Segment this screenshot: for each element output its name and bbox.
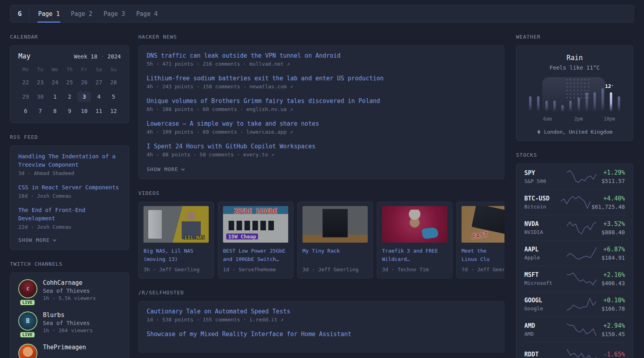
- channel-name[interactable]: ThePrimeagen: [43, 344, 86, 351]
- calendar-weekday: Su: [106, 66, 121, 72]
- highlighted-temperature-label: 12°: [605, 83, 614, 89]
- calendar-weekday: Sa: [91, 66, 106, 72]
- video-title[interactable]: Big NAS, Lil NAS (moving 13): [144, 247, 209, 263]
- stock-row-nvda[interactable]: NVDA NVIDIA +3.52% $888.40: [524, 215, 625, 240]
- videos-widget: VIDEOS LIL NAS Big NAS, Lil NAS (moving …: [138, 190, 504, 278]
- video-title[interactable]: BEST Low Power 25GbE and 100GbE Switch…: [223, 247, 288, 263]
- channel-game: Sea of Thieves: [43, 320, 93, 326]
- tab-page-3[interactable]: Page 3: [98, 5, 130, 22]
- video-thumbnail[interactable]: LIL NAS: [144, 206, 209, 243]
- twitch-channel-cohhcarnage[interactable]: C LIVE CohhCarnage Sea of Thieves 1h · 5…: [18, 279, 121, 301]
- map-pin-icon: [537, 129, 541, 135]
- channel-name[interactable]: CohhCarnage: [43, 279, 96, 286]
- calendar-weekday: Th: [62, 66, 77, 72]
- stock-sparkline: [566, 297, 597, 311]
- calendar-card: May Week 18 · 2024 MoTuWeThFrSaSu2223242…: [10, 45, 129, 123]
- hn-show-more-button[interactable]: SHOW MORE: [147, 166, 496, 172]
- hn-item-title[interactable]: DNS traffic can leak outside the VPN tun…: [147, 52, 496, 59]
- stock-symbol: BTC-USD: [524, 195, 560, 202]
- time-axis-label: 6am: [543, 116, 552, 122]
- hn-item-title[interactable]: I Spent 24 Hours with GitHub Copilot Wor…: [147, 143, 496, 150]
- rss-widget: RSS FEED Handling The Indentation of a T…: [10, 134, 129, 250]
- time-axis-labels: 6am2pm10pm: [528, 116, 621, 123]
- stock-name: Apple: [524, 255, 566, 261]
- stock-row-aapl[interactable]: AAPL Apple +6.87% $184.91: [524, 240, 625, 266]
- temperature-bars: [528, 77, 621, 111]
- hn-item-meta: 4h · 109 points · 69 comments · lowercas…: [147, 129, 496, 135]
- channel-name[interactable]: Blurbs: [43, 311, 93, 319]
- hn-item-title[interactable]: Unique volumes of Brothers Grimm fairy t…: [147, 97, 496, 105]
- stock-row-spy[interactable]: SPY S&P 500 +1.29% $511.57: [524, 164, 625, 189]
- calendar-day: 27: [91, 77, 106, 88]
- stock-sparkline: [566, 246, 597, 261]
- calendar-day: 2: [62, 91, 77, 102]
- rss-item-title[interactable]: The End of Front-End Development: [18, 206, 121, 223]
- video-meta: 1d · ServeTheHome: [223, 267, 288, 272]
- hn-item-title[interactable]: Lowercase – A simple way to take and sha…: [147, 120, 496, 127]
- hackernews-section-label: HACKER NEWS: [138, 34, 504, 40]
- chevron-down-icon: [52, 239, 56, 241]
- rss-item-title[interactable]: CSS in React Server Components: [18, 183, 121, 192]
- reddit-widget: /R/SELFHOSTED Cautionary Tale on Automat…: [138, 290, 504, 352]
- video-thumbnail[interactable]: [303, 206, 368, 243]
- stock-row-btc-usd[interactable]: BTC-USD Bitcoin +4.40% $61,725.48: [524, 189, 625, 215]
- tab-page-4[interactable]: Page 4: [131, 5, 163, 22]
- rss-section-label: RSS FEED: [10, 134, 129, 140]
- stock-name: NVIDIA: [524, 229, 566, 235]
- stock-symbol: GOOGL: [524, 297, 566, 304]
- hn-item: DNS traffic can leak outside the VPN tun…: [147, 52, 496, 67]
- video-card[interactable]: LIL NAS Big NAS, Lil NAS (moving 13) 3h …: [138, 202, 214, 278]
- calendar-day: 28: [106, 77, 121, 88]
- rss-item-title[interactable]: Handling The Indentation of a Treeview C…: [18, 152, 121, 169]
- calendar-week-year: Week 18 · 2024: [74, 53, 121, 60]
- video-title[interactable]: My Tiny Rack: [303, 247, 368, 263]
- app-logo[interactable]: G: [10, 5, 29, 22]
- stock-sparkline: [566, 323, 597, 337]
- video-card[interactable]: FAST Meet the Linux Clu 7d · Jeff Geerli…: [456, 202, 504, 278]
- calendar-weekday: We: [48, 66, 62, 72]
- weather-card: Rain Feels like 11°C 12° 6am2pm10pm Lond…: [516, 45, 633, 141]
- reddit-section-label: /R/SELFHOSTED: [138, 290, 504, 296]
- video-card[interactable]: My Tiny Rack 3d · Jeff Geerling: [297, 202, 373, 278]
- stock-row-amd[interactable]: AMD AMD +2.94% $150.45: [524, 317, 625, 342]
- video-thumbnail[interactable]: [382, 206, 447, 243]
- calendar-weekday: Tu: [33, 66, 48, 72]
- calendar-day: 24: [48, 77, 62, 88]
- hn-item-meta: 4h · 243 points · 158 comments · newatla…: [147, 84, 496, 90]
- twitch-channel-theprimeagen[interactable]: ThePrimeagen: [18, 344, 121, 358]
- calendar-day: 8: [48, 106, 62, 116]
- stock-name: Google: [524, 305, 566, 311]
- hn-item-title[interactable]: Lithium-free sodium batteries exit the l…: [147, 75, 496, 82]
- stock-row-msft[interactable]: MSFT Microsoft +2.16% $406.43: [524, 266, 625, 291]
- calendar-day: 5: [106, 91, 121, 102]
- temperature-bar: [537, 96, 539, 111]
- rss-show-more-button[interactable]: SHOW MORE: [18, 237, 121, 243]
- time-axis-label: 2pm: [574, 116, 583, 122]
- video-card[interactable]: 25GbE 100GbE 15W Cheap BEST Low Power 25…: [218, 202, 293, 278]
- rss-item: The End of Front-End Development 22d · J…: [18, 206, 121, 230]
- weather-condition: Rain: [522, 54, 627, 62]
- weather-feels-like: Feels like 11°C: [522, 64, 627, 71]
- video-thumbnail[interactable]: FAST: [462, 206, 504, 243]
- video-title[interactable]: Traefik 3 and FREE Wildcard…: [382, 247, 447, 263]
- stock-row-googl[interactable]: GOOGL Google +0.10% $166.78: [524, 291, 625, 317]
- channel-game: Sea of Thieves: [43, 288, 96, 294]
- video-thumbnail[interactable]: 25GbE 100GbE 15W Cheap: [223, 206, 288, 243]
- reddit-item-title[interactable]: Showcase of my Mixed Reality Interface f…: [147, 331, 496, 338]
- hn-item: Unique volumes of Brothers Grimm fairy t…: [147, 97, 496, 112]
- thumbnail-dim-overlay: [144, 206, 209, 243]
- rss-card: Handling The Indentation of a Treeview C…: [10, 146, 129, 250]
- tab-page-2[interactable]: Page 2: [65, 5, 98, 22]
- channel-meta: 1h · 5.5k viewers: [43, 295, 96, 301]
- weather-widget: WEATHER Rain Feels like 11°C 12° 6am2pm1…: [516, 34, 633, 141]
- twitch-channel-blurbs[interactable]: B LIVE Blurbs Sea of Thieves 1h · 264 vi…: [18, 311, 121, 333]
- video-title[interactable]: Meet the Linux Clu: [462, 247, 504, 263]
- tab-page-1[interactable]: Page 1: [33, 5, 65, 22]
- avatar: [18, 344, 37, 358]
- page-tabs: Page 1 Page 2 Page 3 Page 4: [29, 5, 163, 22]
- stock-change: +2.16%: [597, 271, 625, 278]
- left-column: CALENDAR May Week 18 · 2024 MoTuWeThFrSa…: [10, 23, 129, 358]
- video-card[interactable]: Traefik 3 and FREE Wildcard… 3d · Techno…: [377, 202, 452, 278]
- stock-row-rddt[interactable]: RDDT -1.65%: [524, 342, 625, 358]
- reddit-item-title[interactable]: Cautionary Tale on Automated Speed Tests: [147, 308, 496, 315]
